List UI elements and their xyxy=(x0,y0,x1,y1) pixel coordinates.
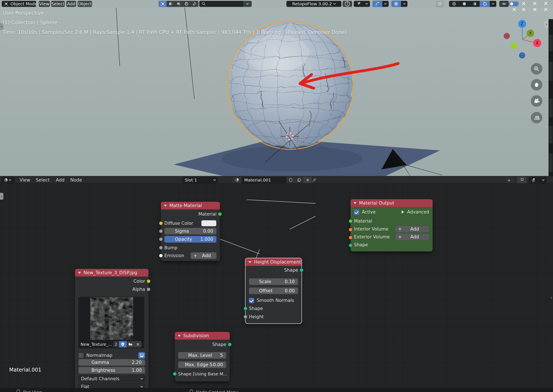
add-interior-button[interactable]: +Add xyxy=(395,226,429,232)
gizmo-select-icon[interactable] xyxy=(354,1,364,7)
node-header-bar[interactable]: New_Texture_3_DISP.jpg xyxy=(75,269,148,277)
close-icon[interactable]: × xyxy=(512,7,516,12)
socket-exterior-volume[interactable] xyxy=(349,236,352,239)
advanced-label[interactable]: Advanced xyxy=(407,210,429,215)
toggle-switch[interactable] xyxy=(509,1,519,6)
socket-shape-out[interactable] xyxy=(300,268,303,272)
retopoflow-help-button[interactable]: ? xyxy=(343,1,352,7)
diffuse-color-swatch[interactable] xyxy=(201,220,217,226)
ortho-toggle-button[interactable] xyxy=(531,112,542,123)
node-subdivision[interactable]: Subdivision Shape Max. Level5 Max. Edge … xyxy=(175,332,230,381)
max-edge-slider[interactable]: Max. Edge S0.00 xyxy=(178,361,226,368)
socket-shape-in[interactable] xyxy=(349,244,352,247)
gamma-slider[interactable]: Gamma2.20 xyxy=(78,359,145,366)
socket-emission[interactable] xyxy=(159,254,163,258)
shading-dropdown[interactable] xyxy=(490,1,496,7)
world-icon[interactable] xyxy=(183,1,190,7)
socket-shape-in[interactable] xyxy=(173,372,177,376)
snap-dropdown[interactable] xyxy=(382,1,389,7)
gizmo-dropdown[interactable] xyxy=(364,1,370,7)
node-menu-node[interactable]: Node xyxy=(70,177,82,182)
overlays-eye-button[interactable] xyxy=(499,1,509,7)
node-header-bar[interactable]: Height Displacement xyxy=(245,258,301,266)
brush-icon[interactable] xyxy=(190,1,198,7)
close-icon[interactable]: × xyxy=(544,1,548,6)
material-name-field[interactable]: Material.001 xyxy=(242,177,287,183)
node-height-displacement[interactable]: Height Displacement Shape Scale0.10 Offs… xyxy=(245,258,301,323)
search-input[interactable] xyxy=(199,1,243,7)
camera-view-button[interactable] xyxy=(531,95,542,107)
proportional-dropdown[interactable] xyxy=(401,1,407,7)
smooth-normals-checkbox[interactable] xyxy=(249,298,254,303)
socket-shape-out[interactable] xyxy=(228,343,232,346)
retopoflow-menu[interactable]: RetopoFlow 3.00.2 xyxy=(287,1,341,7)
snap-toggle-button[interactable] xyxy=(517,177,527,183)
snap-toggle-icon[interactable] xyxy=(372,1,382,7)
zoom-button[interactable] xyxy=(531,63,542,75)
offset-slider[interactable]: Offset0.00 xyxy=(249,287,298,294)
parent-tree-button[interactable] xyxy=(504,177,514,183)
image-settings-button[interactable] xyxy=(138,352,145,358)
node-menu-select[interactable]: Select xyxy=(36,177,50,182)
socket-sigma[interactable] xyxy=(159,229,163,233)
scale-slider[interactable]: Scale0.10 xyxy=(249,278,298,285)
node-menu-view[interactable]: View xyxy=(20,177,30,182)
node-header-bar[interactable]: Matte Material xyxy=(161,202,220,210)
menu-select[interactable]: Select xyxy=(51,1,65,7)
snap-mode-dropdown[interactable] xyxy=(529,177,547,183)
proportional-edit-icon[interactable] xyxy=(391,1,401,7)
socket-interior-volume[interactable] xyxy=(349,228,352,231)
menu-object[interactable]: Object xyxy=(77,1,92,7)
socket-diffuse-color[interactable] xyxy=(159,221,163,225)
expand-arrow-icon[interactable] xyxy=(402,210,404,214)
material-icon-button[interactable] xyxy=(232,177,242,183)
add-emission-button[interactable]: +Add xyxy=(190,252,217,259)
fake-user-button[interactable] xyxy=(287,177,295,183)
add-exterior-button[interactable]: +Add xyxy=(395,233,429,240)
node-menu-add[interactable]: Add xyxy=(56,177,65,182)
solid-shading-icon[interactable] xyxy=(459,1,469,7)
pan-button[interactable] xyxy=(531,79,542,91)
socket-shape-in[interactable] xyxy=(244,307,247,310)
max-level-slider[interactable]: Max. Level5 xyxy=(178,352,226,359)
channels-dropdown[interactable]: Default Channels xyxy=(78,375,145,382)
unlink-image-button[interactable]: × xyxy=(134,341,141,348)
unlink-material-button[interactable]: × xyxy=(303,177,312,183)
editor-type-button[interactable] xyxy=(2,177,15,183)
opacity-slider[interactable]: Opacity1.000 xyxy=(164,236,217,243)
socket-material-out[interactable] xyxy=(218,212,222,216)
material-slot-dropdown[interactable]: Slot 1 xyxy=(182,177,218,183)
menu-view[interactable]: View xyxy=(39,1,50,7)
collapse-icon[interactable] xyxy=(248,261,252,263)
socket-material-in[interactable] xyxy=(349,219,352,223)
node-header-bar[interactable]: Material Output xyxy=(350,199,433,207)
copy-material-button[interactable] xyxy=(295,177,303,183)
close-icon[interactable]: × xyxy=(521,1,526,6)
mode-selector[interactable]: Object Mode xyxy=(2,1,36,7)
socket-opacity[interactable] xyxy=(159,237,163,241)
fluid-icon[interactable] xyxy=(175,1,183,7)
sidebar-collapse-tab[interactable]: ‹ xyxy=(545,21,548,28)
open-image-button[interactable] xyxy=(126,341,134,348)
overlap-toggle-icon[interactable] xyxy=(436,1,444,7)
close-icon[interactable]: × xyxy=(532,7,537,12)
brightness-slider[interactable]: Brightness1.00 xyxy=(78,367,145,374)
toolbar-expand-tab[interactable]: › xyxy=(0,23,3,30)
active-checkbox[interactable] xyxy=(354,210,359,215)
collapse-icon[interactable] xyxy=(178,335,181,337)
material-shading-icon[interactable] xyxy=(469,1,480,7)
rendered-shading-icon[interactable] xyxy=(480,1,490,7)
close-icon[interactable]: × xyxy=(532,1,537,6)
collapse-icon[interactable] xyxy=(354,202,357,204)
socket-color-out[interactable] xyxy=(147,279,150,283)
wireframe-shading-icon[interactable] xyxy=(449,1,459,7)
navigation-gizmo[interactable]: Z Y X xyxy=(499,13,546,64)
node-header-bar[interactable]: Subdivision xyxy=(175,332,230,340)
socket-bump[interactable] xyxy=(159,246,163,250)
socket-alpha-out[interactable] xyxy=(147,287,150,291)
mapping-dropdown[interactable]: Flat xyxy=(78,383,145,388)
pin-icon[interactable] xyxy=(312,177,316,183)
material-preview-icon[interactable] xyxy=(167,1,175,7)
node-matte-material[interactable]: Matte Material Material Diffuse Color Si… xyxy=(161,202,220,261)
collapse-icon[interactable] xyxy=(164,205,167,207)
